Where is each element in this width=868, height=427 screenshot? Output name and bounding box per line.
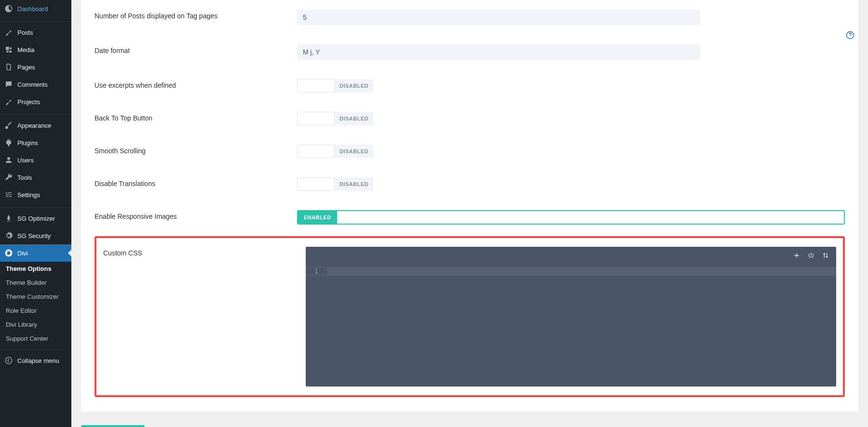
- sidebar-item-label: Projects: [17, 98, 40, 106]
- toggle-disabled-label: DISABLED: [335, 79, 373, 93]
- divi-icon: [4, 248, 14, 258]
- setting-label: Back To Top Button: [95, 112, 287, 122]
- sidebar-item-pages[interactable]: Pages: [0, 58, 71, 76]
- translations-toggle[interactable]: DISABLED: [297, 177, 845, 191]
- submenu-support-center[interactable]: Support Center: [0, 332, 71, 346]
- submenu-role-editor[interactable]: Role Editor: [0, 304, 71, 318]
- setting-label: Disable Translations: [95, 177, 287, 187]
- sidebar-item-label: SG Security: [17, 232, 51, 240]
- user-icon: [4, 155, 14, 165]
- pages-icon: [4, 62, 14, 72]
- sidebar-item-label: Plugins: [17, 139, 38, 147]
- collapse-icon: [4, 356, 14, 365]
- submenu-theme-options[interactable]: Theme Options: [0, 262, 71, 276]
- collapse-menu-button[interactable]: Collapse menu: [0, 352, 71, 369]
- toggle-handle: [297, 177, 335, 191]
- editor-line: 1: [306, 267, 836, 276]
- sidebar-item-label: SG Optimizer: [17, 215, 55, 222]
- sidebar-item-label: Users: [17, 157, 34, 164]
- gear-icon: [4, 231, 14, 240]
- sidebar-item-label: Tools: [17, 174, 32, 181]
- setting-smooth-scroll: Smooth Scrolling DISABLED: [95, 135, 845, 168]
- sidebar-item-dashboard[interactable]: Dashboard: [0, 0, 71, 17]
- setting-custom-css: Custom CSS 1: [103, 243, 836, 390]
- svg-point-1: [5, 357, 12, 364]
- responsive-toggle[interactable]: ENABLED: [297, 210, 845, 225]
- setting-label: Smooth Scrolling: [95, 145, 287, 155]
- submenu-theme-builder[interactable]: Theme Builder: [0, 276, 71, 290]
- setting-label: Use excerpts when defined: [95, 79, 287, 89]
- sidebar-item-plugins[interactable]: Plugins: [0, 134, 71, 151]
- sidebar-item-comments[interactable]: Comments: [0, 76, 71, 93]
- custom-css-editor[interactable]: 1: [306, 247, 836, 387]
- back-top-toggle[interactable]: DISABLED: [297, 112, 845, 125]
- sidebar-item-sg-optimizer[interactable]: SG Optimizer: [0, 210, 71, 227]
- setting-excerpts: Use excerpts when defined DISABLED: [95, 69, 845, 102]
- sidebar-item-projects[interactable]: Projects: [0, 93, 71, 110]
- sidebar-item-tools[interactable]: Tools: [0, 169, 71, 186]
- excerpts-toggle[interactable]: DISABLED: [297, 79, 845, 93]
- pin-icon: [4, 97, 14, 107]
- setting-posts-tag: Number of Posts displayed on Tag pages: [95, 0, 845, 35]
- sidebar-item-posts[interactable]: Posts: [0, 24, 71, 41]
- wrench-icon: [4, 173, 14, 182]
- dashboard-icon: [4, 4, 14, 13]
- admin-sidebar: Dashboard Posts Media Pages Comments Pro…: [0, 0, 71, 427]
- sidebar-item-settings[interactable]: Settings: [0, 186, 71, 203]
- brush-icon: [4, 120, 14, 130]
- sidebar-item-label: Media: [17, 46, 34, 53]
- setting-label: Date format: [95, 44, 287, 54]
- main-content: Number of Posts displayed on Tag pages D…: [71, 0, 868, 427]
- line-number: 1: [306, 268, 327, 275]
- setting-date-format: Date format: [95, 35, 845, 69]
- sidebar-item-media[interactable]: Media: [0, 41, 71, 58]
- comments-icon: [4, 80, 14, 89]
- submenu-theme-customizer[interactable]: Theme Customizer: [0, 290, 71, 304]
- toggle-enabled-label: ENABLED: [298, 211, 337, 224]
- pin-icon: [4, 27, 14, 37]
- editor-body: 1: [306, 247, 836, 276]
- editor-toolbar: [793, 252, 829, 261]
- toggle-disabled-label: DISABLED: [335, 145, 373, 158]
- sidebar-item-label: Settings: [17, 191, 40, 199]
- media-icon: [4, 45, 14, 54]
- toggle-disabled-label: DISABLED: [335, 112, 373, 125]
- sidebar-item-label: Appearance: [17, 122, 51, 129]
- setting-disable-translations: Disable Translations DISABLED: [95, 168, 845, 200]
- plug-icon: [4, 138, 14, 147]
- sidebar-item-label: Posts: [17, 29, 33, 36]
- toggle-disabled-label: DISABLED: [335, 177, 373, 191]
- settings-panel: Number of Posts displayed on Tag pages D…: [81, 0, 858, 412]
- sidebar-item-sg-security[interactable]: SG Security: [0, 227, 71, 244]
- sidebar-item-label: Divi: [17, 250, 28, 257]
- sidebar-item-appearance[interactable]: Appearance: [0, 117, 71, 134]
- editor-add-icon[interactable]: [793, 252, 800, 261]
- sidebar-item-divi[interactable]: Divi: [0, 244, 71, 262]
- sidebar-item-label: Pages: [17, 64, 35, 71]
- help-icon[interactable]: [846, 31, 854, 41]
- setting-responsive-images: Enable Responsive Images ENABLED: [95, 200, 845, 234]
- posts-tag-input[interactable]: [297, 10, 700, 25]
- smooth-scroll-toggle[interactable]: DISABLED: [297, 145, 845, 158]
- toggle-handle: [297, 79, 335, 93]
- rocket-icon: [4, 214, 14, 223]
- sidebar-item-label: Dashboard: [17, 5, 48, 13]
- date-format-input[interactable]: [297, 44, 700, 60]
- submenu-divi-library[interactable]: Divi Library: [0, 318, 71, 332]
- editor-power-icon[interactable]: [807, 252, 815, 261]
- toggle-handle: [297, 112, 335, 125]
- sidebar-item-label: Comments: [17, 81, 48, 88]
- setting-back-top: Back To Top Button DISABLED: [95, 102, 845, 135]
- setting-label: Custom CSS: [103, 247, 296, 257]
- toggle-handle: [297, 145, 335, 158]
- setting-label: Number of Posts displayed on Tag pages: [95, 10, 287, 20]
- sidebar-item-users[interactable]: Users: [0, 151, 71, 169]
- editor-sort-icon[interactable]: [822, 252, 829, 261]
- setting-label: Enable Responsive Images: [95, 210, 287, 220]
- save-changes-button[interactable]: Save Changes: [81, 425, 145, 427]
- sliders-icon: [4, 190, 14, 200]
- custom-css-highlight: Custom CSS 1: [95, 236, 845, 397]
- collapse-label: Collapse menu: [17, 357, 59, 364]
